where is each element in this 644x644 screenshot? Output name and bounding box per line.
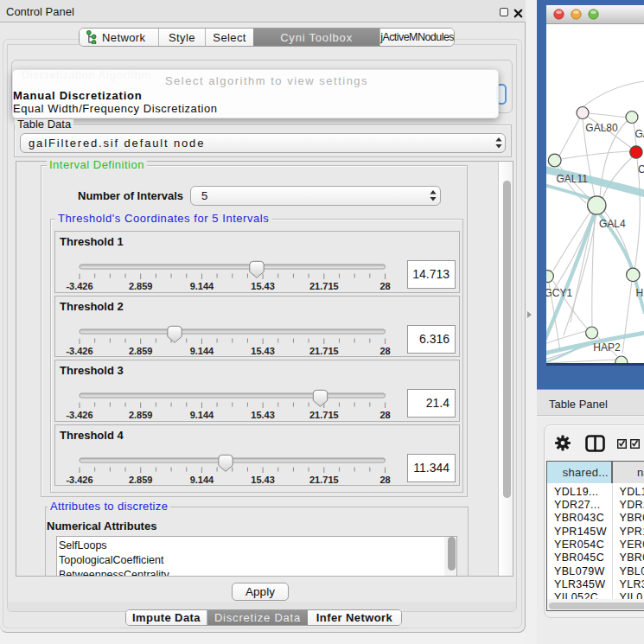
- svg-text:21.715: 21.715: [309, 410, 339, 420]
- svg-text:21.715: 21.715: [309, 475, 339, 485]
- svg-text:GA: GA: [635, 128, 644, 140]
- svg-text:C: C: [638, 163, 644, 175]
- svg-text:28: 28: [379, 346, 390, 356]
- svg-text:GAL80: GAL80: [585, 122, 618, 134]
- svg-text:9.144: 9.144: [190, 346, 214, 356]
- svg-text:15.43: 15.43: [251, 281, 275, 291]
- svg-text:2.859: 2.859: [129, 410, 153, 420]
- svg-text:15.43: 15.43: [251, 475, 275, 485]
- svg-text:15.43: 15.43: [251, 346, 275, 356]
- svg-text:9.144: 9.144: [190, 410, 214, 420]
- svg-text:15.43: 15.43: [251, 410, 275, 420]
- svg-text:21.715: 21.715: [309, 281, 339, 291]
- svg-text:-3.426: -3.426: [66, 346, 92, 356]
- svg-text:GCY1: GCY1: [546, 287, 573, 299]
- svg-text:-3.426: -3.426: [66, 475, 92, 485]
- svg-text:28: 28: [379, 475, 390, 485]
- svg-text:-3.426: -3.426: [66, 281, 92, 291]
- svg-text:-3.426: -3.426: [66, 410, 92, 420]
- svg-text:28: 28: [379, 281, 390, 291]
- svg-text:2.859: 2.859: [129, 475, 153, 485]
- svg-text:9.144: 9.144: [190, 281, 214, 291]
- svg-text:H: H: [636, 287, 644, 299]
- svg-text:2.859: 2.859: [129, 281, 153, 291]
- svg-text:HAP2: HAP2: [593, 341, 621, 354]
- svg-text:28: 28: [379, 410, 390, 420]
- svg-text:9.144: 9.144: [190, 475, 214, 485]
- svg-text:21.715: 21.715: [309, 346, 339, 356]
- svg-text:2.859: 2.859: [129, 346, 153, 356]
- svg-text:GAL4: GAL4: [599, 218, 626, 230]
- svg-text:GAL11: GAL11: [556, 173, 588, 185]
